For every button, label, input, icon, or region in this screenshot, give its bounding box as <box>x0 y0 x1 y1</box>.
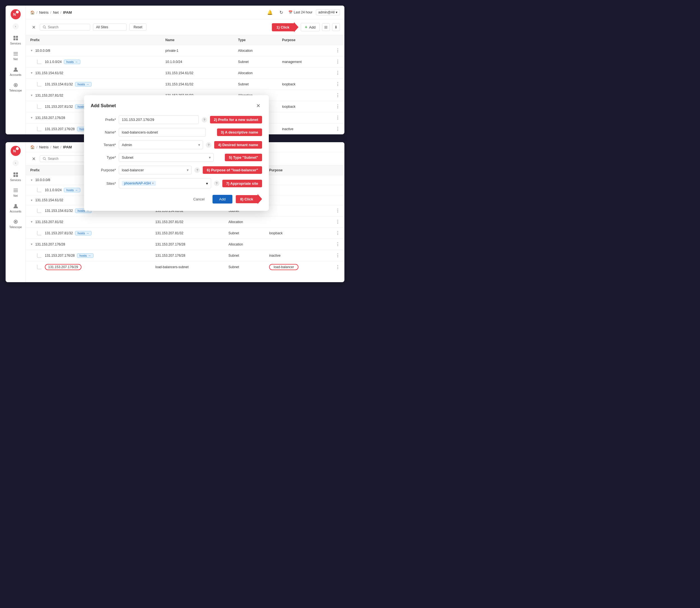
purpose-select[interactable]: load-balancer <box>119 166 191 174</box>
sidebar-item-net[interactable]: Net <box>7 49 24 63</box>
name-input[interactable] <box>119 128 206 137</box>
row-menu-button[interactable]: ⋮ <box>336 231 340 235</box>
hosts-tag[interactable]: hosts → <box>75 82 92 87</box>
net-icon-2 <box>13 187 19 193</box>
search-input-2[interactable] <box>48 157 81 161</box>
svg-point-13 <box>43 26 45 28</box>
hosts-tag[interactable]: hosts → <box>64 60 80 64</box>
cancel-button[interactable]: Cancel <box>189 195 209 204</box>
site-select[interactable]: All Sites <box>93 23 127 31</box>
sites-help-icon[interactable]: ? <box>214 180 220 186</box>
row-menu-button[interactable]: ⋮ <box>336 208 340 213</box>
bell-icon[interactable]: 🔔 <box>266 8 274 16</box>
tenant-label: Tenant* <box>91 143 116 147</box>
download-button[interactable]: ⬇ <box>332 23 340 31</box>
col-type: Type <box>233 35 278 45</box>
row-menu-button[interactable]: ⋮ <box>336 220 340 224</box>
close-button-2[interactable]: ✕ <box>30 155 37 162</box>
row-menu-button[interactable]: ⋮ <box>336 115 340 120</box>
type-select[interactable]: Subnet <box>119 153 214 162</box>
remove-tag-button[interactable]: × <box>152 182 154 185</box>
row-menu-button[interactable]: ⋮ <box>336 71 340 75</box>
telescope-icon <box>13 82 19 88</box>
app-logo: N <box>11 9 21 20</box>
col-prefix: Prefix <box>26 35 161 45</box>
table-row: 131.153.207.176/28 hosts → 131.153.207.1… <box>26 250 344 261</box>
search-box-2[interactable] <box>40 155 90 162</box>
sidebar-item-services[interactable]: Services <box>7 33 24 47</box>
tenant-select[interactable]: Admin <box>119 140 203 149</box>
sidebar-label-telescope: Telescope <box>9 89 22 92</box>
site-tag: phoenixNAP-ASH × <box>122 181 156 186</box>
refresh-icon[interactable]: ↻ <box>277 8 285 16</box>
row-menu-button[interactable]: ⋮ <box>336 253 340 258</box>
svg-point-12 <box>15 84 17 86</box>
search-input[interactable] <box>48 25 81 29</box>
modal-close-button[interactable]: ✕ <box>254 102 262 110</box>
sidebar-item-telescope-2[interactable]: Telescope <box>7 216 24 231</box>
expand-icon[interactable]: ▼ <box>30 94 33 97</box>
services-icon <box>13 35 19 41</box>
row-menu-button[interactable]: ⋮ <box>336 265 340 270</box>
prefix-input[interactable] <box>119 115 199 124</box>
sidebar-item-telescope[interactable]: Telescope <box>7 80 24 94</box>
svg-rect-6 <box>16 38 18 40</box>
search-box[interactable] <box>40 24 90 31</box>
expand-icon[interactable]: ▼ <box>30 116 33 119</box>
sidebar: N › Services Net <box>6 6 26 134</box>
sidebar-item-accounts-2[interactable]: Accounts <box>7 201 24 215</box>
row-menu-button[interactable]: ⋮ <box>336 242 340 247</box>
row-menu-button[interactable]: ⋮ <box>336 104 340 109</box>
row-menu-button[interactable]: ⋮ <box>336 82 340 87</box>
prefix-help-icon[interactable]: ? <box>202 117 207 122</box>
sidebar-label-net: Net <box>14 58 18 61</box>
grid-view-button[interactable]: ⊞ <box>322 23 330 31</box>
row-menu-button[interactable]: ⋮ <box>336 127 340 131</box>
step8-annotation: 8) Click <box>236 194 262 204</box>
hosts-tag[interactable]: hosts → <box>77 253 94 258</box>
type-annotation: 5) Type "Subnet" <box>225 154 262 161</box>
hosts-tag[interactable]: hosts → <box>75 231 92 235</box>
home-icon-2: 🏠 <box>30 145 35 149</box>
expand-icon[interactable]: ▼ <box>30 243 33 246</box>
name-label: Name* <box>91 130 116 134</box>
sites-input[interactable]: phoenixNAP-ASH × ▾ <box>119 178 211 188</box>
modal-header: Add Subnet ✕ <box>91 102 262 110</box>
expand-icon[interactable]: ▼ <box>30 178 33 182</box>
expand-icon[interactable]: ▼ <box>30 199 33 202</box>
row-menu-button[interactable]: ⋮ <box>336 59 340 64</box>
step8-arrow <box>258 194 262 204</box>
add-submit-button[interactable]: Add <box>212 195 232 204</box>
svg-rect-23 <box>14 190 18 191</box>
sidebar-toggle[interactable]: › <box>13 23 19 30</box>
add-button[interactable]: + Add <box>301 23 320 31</box>
sidebar-label-telescope-2: Telescope <box>9 226 22 229</box>
sites-annotation: 7) Appropriate site <box>222 180 262 187</box>
expand-icon[interactable]: ▼ <box>30 220 33 223</box>
svg-rect-20 <box>14 175 15 177</box>
svg-rect-21 <box>16 175 18 177</box>
sidebar-item-accounts[interactable]: Accounts <box>7 64 24 79</box>
search-icon <box>43 25 46 29</box>
sidebar-item-services-2[interactable]: Services <box>7 169 24 184</box>
svg-rect-4 <box>16 36 18 38</box>
reset-button[interactable]: Reset <box>129 23 147 31</box>
modal-footer: Cancel Add 8) Click <box>91 194 262 204</box>
sites-row: Sites* phoenixNAP-ASH × ▾ ? 7) Appropria… <box>91 178 262 188</box>
row-menu-button[interactable]: ⋮ <box>336 48 340 53</box>
sidebar-item-net-2[interactable]: Net <box>7 185 24 200</box>
expand-icon[interactable]: ▼ <box>30 49 33 52</box>
tenant-help-icon[interactable]: ? <box>206 142 211 148</box>
row-menu-button[interactable]: ⋮ <box>336 93 340 98</box>
expand-icon[interactable]: ▼ <box>30 71 33 74</box>
sidebar-toggle-2[interactable]: › <box>13 160 19 166</box>
admin-selector[interactable]: admin@All ▾ <box>316 9 340 15</box>
purpose-help-icon[interactable]: ? <box>194 167 200 173</box>
services-icon-2 <box>13 172 19 178</box>
hosts-tag[interactable]: hosts → <box>64 188 80 192</box>
type-label: Type* <box>91 155 116 159</box>
sidebar-label-accounts: Accounts <box>10 73 21 76</box>
accounts-icon-2 <box>13 203 19 209</box>
close-button[interactable]: ✕ <box>30 24 37 31</box>
col-purpose-2: Purpose <box>265 166 331 175</box>
